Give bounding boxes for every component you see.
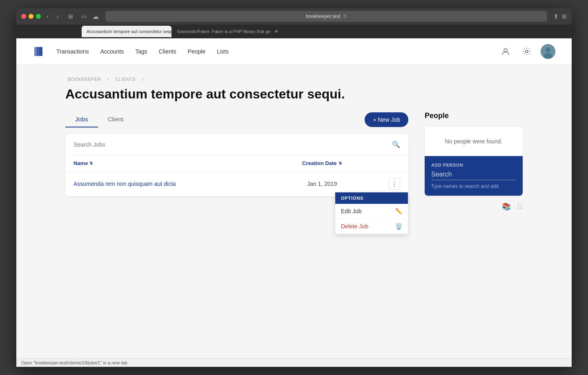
status-bar: Open "bookkeeper.test/clients/18/jobs/1"… (16, 358, 572, 367)
tabs-nav: Jobs Client (65, 112, 133, 127)
breadcrumb-home[interactable]: BOOKKEEPER (68, 77, 101, 82)
minimize-button[interactable] (29, 14, 33, 19)
breadcrumb-sep1: / (107, 77, 109, 82)
page-content: Transactions Accounts Tags Clients Peopl… (16, 38, 572, 367)
footer-book-icon: 📚 (502, 202, 511, 211)
tab2-label: fzaninotto/Faker: Faker is a PHP library… (177, 29, 270, 34)
reload-icon[interactable]: ↻ (343, 13, 347, 19)
main-nav: Transactions Accounts Tags Clients Peopl… (56, 48, 229, 55)
col-name-label: Name (74, 160, 88, 166)
status-text: Open "bookkeeper.test/clients/18/jobs/1"… (21, 360, 127, 365)
date-sort-icon: ⇅ (339, 161, 342, 165)
col-name-header[interactable]: Name ⇅ (74, 160, 302, 166)
jobs-table-container: 🔍 Name ⇅ Creation Date ⇅ (65, 134, 408, 196)
back-button[interactable]: ‹ (44, 12, 51, 20)
maximize-button[interactable] (36, 14, 41, 19)
gear-icon (522, 47, 531, 56)
grid-button[interactable]: ⊞ (66, 12, 76, 20)
edit-job-item[interactable]: Edit Job ✏️ (335, 204, 408, 219)
main-column: Jobs Client + New Job 🔍 (65, 112, 408, 196)
svg-point-4 (526, 50, 528, 53)
content-layout: Jobs Client + New Job 🔍 (65, 112, 523, 211)
nav-lists[interactable]: Lists (217, 48, 229, 55)
tab-client[interactable]: Client (98, 112, 133, 127)
close-button[interactable] (21, 14, 26, 19)
footer-icons: 📚 Ω (425, 196, 523, 211)
nav-people[interactable]: People (188, 48, 206, 55)
browser-titlebar: ‹ › ⊞ ▭ ☁ bookkeeper.test ↻ ⬆ ⊞ (16, 8, 572, 25)
table-row: Assumenda rem non quisquam aut dicta Jan… (65, 172, 408, 196)
tab-jobs[interactable]: Jobs (65, 112, 98, 127)
svg-point-3 (504, 49, 507, 52)
breadcrumb-sep2: / (142, 77, 144, 82)
header-actions (498, 44, 555, 59)
side-column: People No people were found. ADD PERSON … (425, 112, 523, 211)
browser-tab-inactive[interactable]: fzaninotto/Faker: Faker is a PHP library… (172, 26, 270, 37)
breadcrumb-clients[interactable]: CLIENTS (115, 77, 136, 82)
page-title: Accusantium tempore aut consectetur sequ… (65, 87, 523, 102)
app-logo (33, 46, 44, 57)
logo-icon (33, 46, 44, 57)
add-person-search-input[interactable] (431, 171, 516, 180)
people-title: People (425, 112, 523, 120)
nav-tags[interactable]: Tags (135, 48, 147, 55)
search-bar: 🔍 (65, 134, 408, 155)
add-person-hint: Type names to search and add. (431, 183, 516, 189)
settings-button[interactable] (519, 44, 534, 59)
search-icon: 🔍 (392, 141, 400, 148)
nav-transactions[interactable]: Transactions (56, 48, 89, 55)
cloud-icon: ☁ (92, 13, 99, 20)
app-header: Transactions Accounts Tags Clients Peopl… (16, 38, 572, 65)
tab-bar: Accusantium tempore aut consectetur sequ… (16, 25, 572, 38)
forward-button[interactable]: › (54, 12, 61, 20)
add-tab-button[interactable]: + (271, 28, 281, 35)
nav-clients[interactable]: Clients (159, 48, 176, 55)
search-input[interactable] (74, 141, 389, 148)
user-avatar[interactable] (541, 44, 555, 59)
new-job-button[interactable]: + New Job (365, 112, 408, 127)
main-area: BOOKKEEPER / CLIENTS / Accusantium tempo… (49, 65, 539, 223)
footer-omega-icon: Ω (517, 202, 523, 211)
job-date: Jan 1, 2019 (307, 181, 389, 187)
delete-job-label: Delete Job (341, 223, 368, 230)
no-people-message: No people were found. (425, 127, 523, 156)
breadcrumb: BOOKKEEPER / CLIENTS / (65, 77, 523, 82)
add-person-label: ADD PERSON (431, 163, 516, 167)
share-button[interactable]: ⬆ (554, 13, 559, 20)
name-sort-icon: ⇅ (89, 161, 93, 165)
svg-point-6 (546, 47, 550, 52)
delete-job-item[interactable]: Delete Job 🗑️ (335, 219, 408, 234)
tabs-header: Jobs Client + New Job (65, 112, 408, 127)
edit-job-label: Edit Job (341, 208, 362, 214)
url-text: bookkeeper.test (306, 13, 341, 19)
trash-icon: 🗑️ (395, 223, 402, 230)
svg-rect-2 (39, 47, 42, 56)
table-header: Name ⇅ Creation Date ⇅ (65, 155, 408, 172)
dropdown-menu: OPTIONS Edit Job ✏️ Delete Job 🗑️ (335, 192, 408, 234)
url-bar[interactable]: bookkeeper.test ↻ (105, 11, 547, 22)
user-icon (501, 47, 510, 56)
search-input-wrapper: 🔍 (74, 141, 400, 148)
traffic-lights (21, 14, 41, 19)
dropdown-header: OPTIONS (335, 192, 408, 204)
tab1-label: Accusantium tempore aut consectetur sequ… (87, 29, 172, 34)
col-date-label: Creation Date (302, 160, 337, 166)
avatar-image (541, 44, 555, 59)
browser-tab-active[interactable]: Accusantium tempore aut consectetur sequ… (82, 26, 172, 37)
col-date-header[interactable]: Creation Date ⇅ (302, 160, 384, 166)
nav-accounts[interactable]: Accounts (100, 48, 124, 55)
people-card: No people were found. ADD PERSON Type na… (425, 127, 523, 196)
edit-icon: ✏️ (395, 208, 402, 214)
user-icon-button[interactable] (498, 44, 513, 59)
row-menu-button[interactable]: ⋮ (389, 178, 400, 190)
add-person-section: ADD PERSON Type names to search and add. (425, 156, 523, 196)
job-name-link[interactable]: Assumenda rem non quisquam aut dicta (74, 181, 307, 187)
new-tab-button[interactable]: ⊞ (562, 13, 567, 20)
sidebar-button[interactable]: ▭ (79, 12, 89, 20)
